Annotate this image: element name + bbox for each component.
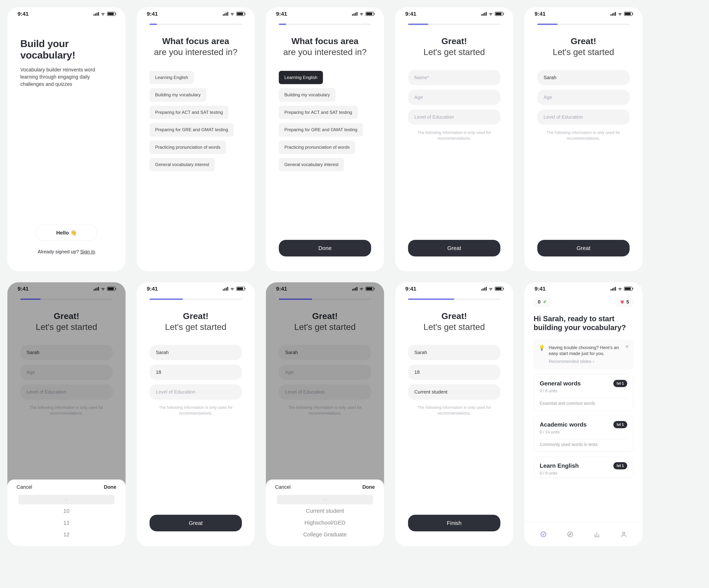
focus-option[interactable]: Preparing for GRE and GMAT testing (150, 123, 234, 136)
age-field[interactable]: Age (20, 365, 113, 380)
picker-wheel[interactable]: — Current student Highschool/GED College… (275, 495, 375, 540)
profile-title: Great! Let's get started (279, 311, 371, 332)
education-field[interactable]: Current student (408, 384, 500, 400)
focus-title: What focus area are you interested in? (279, 36, 371, 57)
education-field[interactable]: Level of Education (20, 384, 113, 400)
recommended-link[interactable]: Recommended slides › (549, 359, 628, 364)
focus-option[interactable]: General vocabulary interest (279, 158, 344, 171)
streak-pill[interactable]: 0 (533, 297, 551, 307)
focus-option[interactable]: Building my vocabulary (150, 88, 206, 102)
age-field[interactable]: Age (279, 365, 371, 380)
focus-option[interactable]: Practicing pronunciation of words (279, 141, 355, 154)
picker-row[interactable]: 11 (63, 517, 70, 528)
age-field[interactable]: 18 (408, 365, 500, 380)
tab-profile[interactable] (620, 531, 627, 538)
picker-row[interactable]: College Graduate (303, 529, 346, 540)
picker-cancel[interactable]: Cancel (275, 484, 291, 490)
focus-option[interactable]: Learning English (150, 71, 194, 84)
word-deck-card[interactable]: Learn English lvl 1 0 / 9 units (533, 457, 633, 478)
svg-point-1 (568, 532, 573, 537)
screen-age-picker: 9:41 Great! Let's get started Sarah Age … (7, 282, 126, 546)
age-field[interactable]: Age (408, 90, 500, 105)
profile-title: Great! Let's get started (408, 311, 500, 332)
picker-cancel[interactable]: Cancel (17, 484, 32, 490)
status-time: 9:41 (276, 286, 287, 292)
wave-icon: 👋 (70, 230, 77, 235)
tab-home[interactable] (540, 531, 547, 538)
hello-button[interactable]: Hello 👋 (36, 225, 97, 241)
status-time: 9:41 (18, 11, 29, 17)
education-field[interactable]: Level of Education (408, 109, 500, 125)
screen-focus-2: 9:41 What focus area are you interested … (266, 7, 384, 271)
status-time: 9:41 (405, 11, 416, 17)
level-badge: lvl 1 (613, 380, 627, 387)
status-time: 9:41 (18, 286, 29, 292)
progress-bar (408, 24, 500, 25)
great-button[interactable]: Great (150, 515, 242, 531)
focus-option[interactable]: General vocabulary interest (150, 158, 215, 171)
focus-title: What focus area are you interested in? (150, 36, 242, 57)
name-field[interactable]: Sarah (20, 345, 113, 360)
focus-option[interactable]: Preparing for GRE and GMAT testing (279, 123, 363, 136)
picker-row[interactable]: 12 (63, 529, 70, 540)
focus-option[interactable]: Preparing for ACT and SAT testing (279, 106, 358, 119)
focus-option[interactable]: Preparing for ACT and SAT testing (150, 106, 228, 119)
age-field[interactable]: Age (537, 90, 630, 105)
picker-row[interactable]: — (19, 495, 114, 504)
profile-title: Great! Let's get started (20, 311, 113, 332)
heart-icon (620, 300, 625, 304)
status-time: 9:41 (405, 286, 416, 292)
great-button[interactable]: Great (408, 240, 500, 256)
picker-sheet: Cancel Done — Current student Highschool… (266, 479, 384, 546)
name-field[interactable]: Sarah (279, 345, 371, 360)
deck-units: 0 / 14 units (540, 430, 627, 435)
svg-point-2 (623, 532, 625, 534)
close-icon[interactable]: ✕ (625, 344, 629, 349)
name-field[interactable]: Sarah (150, 345, 242, 360)
signal-icon (94, 12, 99, 16)
svg-point-0 (541, 532, 546, 537)
signin-link[interactable]: Sign In (80, 249, 95, 254)
done-button[interactable]: Done (279, 240, 371, 256)
deck-title: Learn English (540, 463, 579, 469)
form-hint: The following information is only used f… (408, 405, 500, 416)
status-bar: 9:41 (395, 282, 513, 295)
education-field[interactable]: Level of Education (279, 384, 371, 400)
notice-card[interactable]: 💡 Having trouble choosing? Here's an eas… (533, 340, 633, 369)
level-badge: lvl 1 (613, 421, 627, 428)
screen-profile-age: 9:41 Great! Let's get started Sarah 18 L… (137, 282, 255, 546)
picker-wheel[interactable]: — 10 11 12 (17, 495, 116, 540)
finish-button[interactable]: Finish (408, 515, 500, 531)
picker-done[interactable]: Done (104, 484, 116, 490)
focus-option[interactable]: Building my vocabulary (279, 88, 336, 102)
focus-option[interactable]: Practicing pronunciation of words (150, 141, 226, 154)
deck-units: 0 / 8 units (540, 389, 627, 393)
screen-profile-empty: 9:41 Great! Let's get started Name* Age … (395, 7, 513, 271)
word-deck-card[interactable]: Academic words lvl 1 0 / 14 units Common… (533, 416, 633, 452)
name-field[interactable]: Sarah (408, 345, 500, 360)
status-time: 9:41 (147, 11, 158, 17)
picker-row[interactable]: — (277, 495, 373, 504)
focus-options: Learning English Building my vocabulary … (150, 71, 242, 171)
status-time: 9:41 (147, 286, 158, 292)
tab-explore[interactable] (567, 531, 574, 538)
hearts-pill[interactable]: 5 (615, 297, 633, 307)
great-button[interactable]: Great (537, 240, 630, 256)
age-field[interactable]: 18 (150, 365, 242, 380)
screen-edu-picker: 9:41 Great! Let's get started Sarah Age … (266, 282, 384, 546)
progress-bar (150, 24, 242, 25)
word-deck-card[interactable]: General words lvl 1 0 / 8 units Essentia… (533, 374, 633, 411)
picker-done[interactable]: Done (363, 484, 375, 490)
screen-dashboard: 9:41 0 5 Hi Sarah, ready to start buildi… (524, 282, 642, 546)
status-bar: 9:41 (137, 7, 255, 20)
picker-row[interactable]: Current student (306, 506, 344, 516)
picker-row[interactable]: 10 (63, 506, 70, 516)
education-field[interactable]: Level of Education (537, 109, 630, 125)
focus-option[interactable]: Learning English (279, 71, 323, 84)
picker-row[interactable]: Highschool/GED (305, 517, 345, 528)
screen-welcome: 9:41 Build yourvocabulary! Vocabulary bu… (7, 7, 126, 271)
name-field[interactable]: Sarah (537, 70, 630, 85)
name-field[interactable]: Name* (408, 70, 500, 85)
education-field[interactable]: Level of Education (150, 384, 242, 400)
tab-stats[interactable] (593, 531, 601, 538)
